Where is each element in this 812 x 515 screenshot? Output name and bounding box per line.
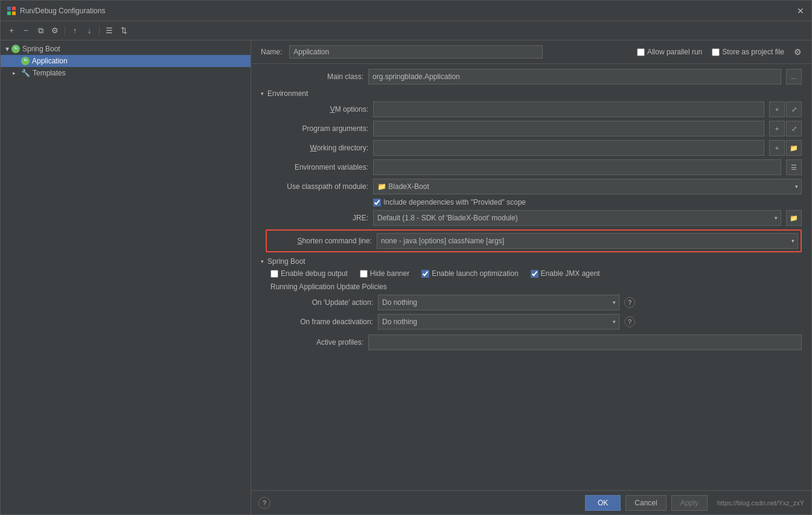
settings-button[interactable]: ⚙ bbox=[49, 25, 61, 37]
spring-checkboxes: Enable debug output Hide banner Enable l… bbox=[261, 269, 802, 278]
gear-icon[interactable]: ⚙ bbox=[794, 47, 802, 57]
title-left: Run/Debug Configurations bbox=[7, 6, 105, 16]
svg-rect-2 bbox=[7, 11, 11, 15]
program-args-row: Program arguments: + ⤢ bbox=[266, 121, 802, 136]
hide-banner-label: Hide banner bbox=[370, 269, 409, 278]
springboot-arrow: ▾ bbox=[5, 45, 9, 53]
update-policy-title: Running Application Update Policies bbox=[270, 283, 802, 291]
spring-boot-section-header[interactable]: ▾ Spring Boot bbox=[261, 257, 802, 266]
frame-deactivation-help-icon[interactable]: ? bbox=[624, 316, 635, 327]
bottom-right: OK Cancel Apply https://blog.csdn.net/Yx… bbox=[585, 495, 804, 511]
help-button[interactable]: ? bbox=[258, 497, 270, 509]
include-deps-checkbox[interactable] bbox=[373, 199, 381, 206]
enable-launch-checkbox[interactable] bbox=[421, 270, 429, 278]
vm-options-input[interactable] bbox=[373, 101, 764, 117]
header-options: Allow parallel run Store as project file… bbox=[637, 47, 802, 57]
hide-banner-checkbox[interactable] bbox=[360, 270, 368, 278]
run-debug-dialog: Run/Debug Configurations ✕ + − ⧉ ⚙ ↑ ↓ ☰… bbox=[0, 0, 812, 515]
apply-button[interactable]: Apply bbox=[671, 495, 708, 511]
update-action-help-icon[interactable]: ? bbox=[624, 297, 635, 308]
hide-banner-item: Hide banner bbox=[360, 269, 409, 278]
store-project-checkbox[interactable] bbox=[712, 48, 720, 56]
jre-select-wrapper: Default (1.8 - SDK of 'BladeX-Boot' modu… bbox=[373, 210, 781, 226]
spring-boot-section-title: Spring Boot bbox=[267, 257, 305, 266]
frame-deactivation-label: On frame deactivation: bbox=[270, 318, 373, 326]
scroll-area: Main class: ... ▾ Environment VM options… bbox=[251, 64, 811, 490]
vm-options-expand-button[interactable]: + bbox=[769, 101, 785, 117]
frame-deactivation-select[interactable]: Do nothing bbox=[378, 314, 619, 330]
jre-browse-button[interactable]: 📁 bbox=[786, 210, 802, 226]
main-class-browse-button[interactable]: ... bbox=[786, 69, 802, 85]
sort-button[interactable]: ⇅ bbox=[118, 25, 130, 37]
frame-deactivation-row: On frame deactivation: Do nothing ▾ ? bbox=[270, 314, 802, 330]
working-dir-input[interactable] bbox=[373, 140, 764, 156]
dialog-icon bbox=[7, 6, 16, 16]
wrench-icon: 🔧 bbox=[21, 69, 30, 77]
classpath-module-select-wrapper: 📁 BladeX-Boot ▾ bbox=[373, 179, 802, 194]
active-profiles-input[interactable] bbox=[368, 334, 802, 350]
move-up-button[interactable]: ↑ bbox=[69, 25, 81, 37]
update-action-select-wrapper: Do nothing ▾ bbox=[378, 295, 619, 310]
update-action-row: On 'Update' action: Do nothing ▾ ? bbox=[270, 295, 802, 310]
classpath-module-row: Use classpath of module: 📁 BladeX-Boot ▾ bbox=[266, 179, 802, 194]
working-dir-expand-button[interactable]: + bbox=[769, 140, 785, 156]
name-input[interactable] bbox=[289, 45, 543, 59]
env-vars-label: Environment variables: bbox=[266, 163, 368, 171]
move-button[interactable]: ☰ bbox=[103, 25, 115, 37]
environment-section-header[interactable]: ▾ Environment bbox=[261, 89, 802, 98]
springboot-section-arrow: ▾ bbox=[261, 258, 264, 264]
main-class-input[interactable] bbox=[368, 69, 781, 85]
enable-launch-item: Enable launch optimization bbox=[421, 269, 518, 278]
env-vars-actions: ☰ bbox=[786, 159, 802, 175]
add-button[interactable]: + bbox=[5, 25, 18, 37]
store-project-label: Store as project file bbox=[722, 48, 784, 56]
springboot-icon: 🍃 bbox=[11, 45, 20, 53]
classpath-module-select[interactable]: 📁 BladeX-Boot bbox=[373, 179, 802, 194]
enable-jmx-checkbox[interactable] bbox=[531, 270, 539, 278]
sidebar-item-springboot[interactable]: ▾ 🍃 Spring Boot bbox=[1, 43, 251, 55]
frame-deactivation-select-wrapper: Do nothing ▾ bbox=[378, 314, 619, 330]
active-profiles-label: Active profiles: bbox=[261, 338, 363, 347]
enable-jmx-label: Enable JMX agent bbox=[541, 269, 600, 278]
classpath-module-label: Use classpath of module: bbox=[266, 182, 368, 191]
shorten-cmd-select[interactable]: none - java [options] className [args] bbox=[377, 233, 798, 249]
sidebar-templates-label: Templates bbox=[33, 69, 66, 77]
vm-options-fullscreen-button[interactable]: ⤢ bbox=[786, 101, 802, 117]
move-down-button[interactable]: ↓ bbox=[83, 25, 95, 37]
allow-parallel-row[interactable]: Allow parallel run bbox=[637, 48, 702, 56]
program-args-input[interactable] bbox=[373, 121, 764, 136]
working-dir-browse-button[interactable]: 📁 bbox=[786, 140, 802, 156]
jre-row: JRE: Default (1.8 - SDK of 'BladeX-Boot'… bbox=[266, 210, 802, 226]
copy-button[interactable]: ⧉ bbox=[34, 25, 46, 37]
program-args-label: Program arguments: bbox=[266, 124, 368, 133]
env-vars-input[interactable] bbox=[373, 159, 781, 175]
update-action-label: On 'Update' action: bbox=[270, 298, 373, 307]
bottom-left: ? bbox=[258, 497, 270, 509]
ok-button[interactable]: OK bbox=[585, 495, 621, 511]
include-deps-checkbox-row[interactable]: Include dependencies with "Provided" sco… bbox=[373, 198, 526, 206]
shorten-cmd-select-wrapper: none - java [options] className [args] ▾ bbox=[377, 233, 798, 249]
bottom-bar: ? OK Cancel Apply https://blog.csdn.net/… bbox=[251, 490, 811, 514]
main-class-row: Main class: ... bbox=[261, 69, 802, 85]
store-project-row[interactable]: Store as project file bbox=[712, 48, 784, 56]
update-action-select[interactable]: Do nothing bbox=[378, 295, 619, 310]
enable-debug-item: Enable debug output bbox=[270, 269, 348, 278]
sidebar-item-templates[interactable]: ▸ 🔧 Templates bbox=[1, 67, 251, 79]
sidebar: ▾ 🍃 Spring Boot 🍃 Application ▸ 🔧 Templa… bbox=[1, 40, 251, 514]
cancel-button[interactable]: Cancel bbox=[625, 495, 666, 511]
enable-debug-checkbox[interactable] bbox=[270, 270, 278, 278]
active-profiles-row: Active profiles: bbox=[261, 334, 802, 350]
allow-parallel-checkbox[interactable] bbox=[637, 48, 645, 56]
sidebar-item-application[interactable]: 🍃 Application bbox=[1, 55, 251, 67]
env-vars-browse-button[interactable]: ☰ bbox=[786, 159, 802, 175]
jre-select[interactable]: Default (1.8 - SDK of 'BladeX-Boot' modu… bbox=[373, 210, 781, 226]
program-args-fullscreen-button[interactable]: ⤢ bbox=[786, 121, 802, 136]
close-button[interactable]: ✕ bbox=[796, 6, 805, 16]
enable-jmx-item: Enable JMX agent bbox=[531, 269, 600, 278]
remove-button[interactable]: − bbox=[20, 25, 32, 37]
vm-options-label: VM options: bbox=[266, 105, 368, 114]
vm-options-actions: + ⤢ bbox=[769, 101, 802, 117]
svg-rect-0 bbox=[7, 7, 11, 10]
working-dir-label: Working directory: bbox=[266, 144, 368, 152]
program-args-expand-button[interactable]: + bbox=[769, 121, 785, 136]
